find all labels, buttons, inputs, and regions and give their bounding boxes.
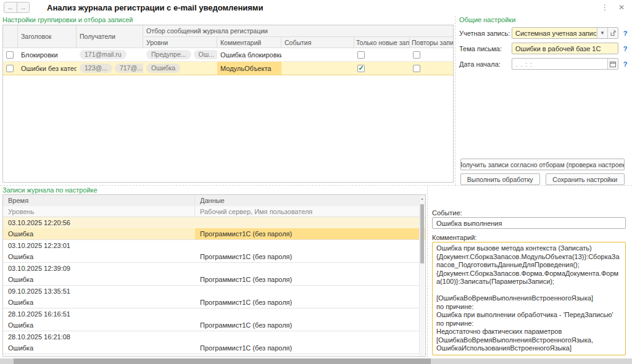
scrollbar-thumb[interactable] <box>420 204 424 263</box>
repeats-checkbox[interactable] <box>413 51 420 59</box>
general-settings-title[interactable]: Общие настройки <box>459 16 630 23</box>
row-select-cell <box>3 62 18 75</box>
column-header-levels[interactable]: Уровни <box>143 37 217 48</box>
log-records-title[interactable]: Записи журнала по настройке <box>2 186 426 194</box>
settings-table-row[interactable]: Блокировки171@mail.ruПредупре...Ош...Оши… <box>3 48 453 62</box>
log-entry-row[interactable]: 03.10.2025 12:23:01ОшибкаПрограммист1С (… <box>3 240 425 263</box>
levels-cell: Ошибка <box>143 62 217 75</box>
window-header: ← → Анализ журнала регистрации с e-mail … <box>0 0 632 15</box>
start-date-label: Дата начала: <box>459 60 512 68</box>
account-label: Учетная запись: <box>459 30 512 37</box>
help-icon[interactable]: ? <box>621 60 630 68</box>
events-cell <box>281 48 354 61</box>
repeats-cell <box>410 62 453 75</box>
title-cell: Ошибки без катеории <box>18 62 77 75</box>
open-icon[interactable] <box>607 28 618 38</box>
level-tag[interactable]: Ош... <box>194 50 218 59</box>
recipient-tag[interactable]: 171@mail.ru <box>80 50 127 59</box>
log-entry-row[interactable]: 03.10.2025 12:20:56ОшибкаПрограммист1С (… <box>3 217 425 240</box>
column-header-title[interactable]: Заголовок <box>18 25 77 48</box>
event-label: Событие: <box>432 209 462 217</box>
comment-cell: Ошибка блокировки о... <box>217 48 281 61</box>
settings-table-row[interactable]: Ошибки без катеории123@...717@...ОшибкаМ… <box>3 62 453 75</box>
start-date-field[interactable]: . . : : <box>512 58 618 70</box>
repeats-cell <box>410 48 453 61</box>
only-new-cell <box>354 48 410 61</box>
level-cell: Ошибка <box>3 251 195 262</box>
dropdown-icon[interactable]: ▼ <box>597 28 607 38</box>
data-cell <box>195 240 425 251</box>
level-tag[interactable]: Предупре... <box>146 50 191 59</box>
column-header-time[interactable]: Время <box>3 195 195 206</box>
time-cell: 03.10.2025 12:20:56 <box>3 217 195 228</box>
column-header-only-new[interactable]: Только новые записи <box>354 37 410 48</box>
comment-label: Комментарий: <box>432 234 476 241</box>
scroll-up-icon[interactable]: ▲ <box>420 196 425 202</box>
account-value[interactable]: Системная учетная запись <box>512 28 597 38</box>
checkbox-column-header <box>3 25 18 48</box>
comment-cell: МодульОбъекта <box>217 62 281 75</box>
page-title: Анализ журнала регистрации с e-mail увед… <box>47 3 263 12</box>
get-records-button[interactable]: Получить записи согласно отборам (провер… <box>460 159 625 170</box>
log-table-header: Время Данные <box>3 195 425 206</box>
record-detail-panel: Событие: Ошибка выполнения Комментарий: … <box>427 186 630 358</box>
column-subheader-level: Уровень <box>3 206 195 217</box>
help-icon[interactable]: ? <box>621 45 630 52</box>
column-header-comment[interactable]: Комментарий <box>217 37 281 48</box>
log-entry-row[interactable]: 28.10.2025 16:16:51ОшибкаПрограммист1С (… <box>3 308 425 331</box>
level-tag[interactable]: Ошибка <box>146 64 180 73</box>
horizontal-scrollbar[interactable] <box>0 358 632 364</box>
recipient-tag[interactable]: 717@... <box>115 64 143 73</box>
column-header-events[interactable]: События <box>281 37 354 48</box>
help-icon[interactable]: ? <box>621 30 630 37</box>
column-group-selection[interactable]: Отбор сообщений журнала регистрации <box>143 25 453 37</box>
row-checkbox[interactable] <box>6 51 14 59</box>
data-cell <box>195 331 425 342</box>
level-cell: Ошибка <box>3 228 195 239</box>
account-field[interactable]: Системная учетная запись ▼ <box>512 27 618 39</box>
repeats-checkbox[interactable] <box>413 65 420 72</box>
settings-table-header: Заголовок Получатели Отбор сообщений жур… <box>3 25 453 48</box>
vertical-scrollbar[interactable]: ▲ <box>419 196 425 355</box>
column-header-recipients[interactable]: Получатели <box>77 25 143 48</box>
back-button[interactable]: ← <box>4 2 17 12</box>
column-subheader-server-user: Рабочий сервер, Имя пользователя <box>195 206 425 217</box>
calendar-icon[interactable] <box>607 59 618 69</box>
subject-value[interactable]: Ошибки в рабочей базе 1С <box>512 43 618 54</box>
event-field[interactable]: Ошибка выполнения <box>432 217 626 229</box>
section-separator <box>0 185 632 186</box>
column-header-repeats[interactable]: Повторы записей <box>410 37 453 48</box>
close-icon[interactable]: ✕ <box>618 3 625 12</box>
log-entry-row[interactable]: 09.10.2025 13:35:51ОшибкаПрограммист1С (… <box>3 286 425 308</box>
user-cell: Программист1С (без пароля) <box>195 274 425 285</box>
only-new-cell: ✓ <box>354 62 410 75</box>
column-header-data[interactable]: Данные <box>195 195 425 206</box>
comment-textarea[interactable]: Ошибка при вызове метода контекста (Запи… <box>432 242 626 355</box>
start-date-placeholder[interactable]: . . : : <box>512 59 607 69</box>
row-select-cell <box>3 48 18 61</box>
time-cell: 03.10.2025 12:23:01 <box>3 240 195 251</box>
save-settings-button[interactable]: Сохранить настройки <box>546 173 625 185</box>
log-entry-row[interactable]: 28.10.2025 16:21:08ОшибкаПрограммист1С (… <box>3 331 425 354</box>
scrollbar-thumb[interactable] <box>14 358 431 364</box>
log-entry-row[interactable]: 03.10.2025 12:39:09ОшибкаПрограммист1С (… <box>3 263 425 286</box>
time-cell: 03.10.2025 12:39:09 <box>3 263 195 274</box>
subject-field[interactable]: Ошибки в рабочей базе 1С <box>512 43 618 54</box>
grouping-settings-title[interactable]: Настройки группировки и отбора записей <box>2 16 454 23</box>
data-cell <box>195 308 425 320</box>
levels-cell: Предупре...Ош... <box>143 48 217 61</box>
only-new-checkbox[interactable] <box>357 51 365 59</box>
nav-buttons: ← → <box>4 2 30 13</box>
execute-button[interactable]: Выполнить обработку <box>460 173 540 185</box>
data-cell <box>195 263 425 274</box>
more-menu-icon[interactable]: ⋮ <box>601 3 609 12</box>
forward-button[interactable]: → <box>17 2 29 12</box>
time-cell: 28.10.2025 16:16:51 <box>3 308 195 320</box>
user-cell: Программист1С (без пароля) <box>195 342 425 354</box>
recipient-tag[interactable]: 123@... <box>80 64 112 73</box>
time-cell: 28.10.2025 16:21:08 <box>3 331 195 342</box>
level-cell: Ошибка <box>3 297 195 308</box>
only-new-checkbox[interactable]: ✓ <box>357 65 365 72</box>
settings-table: Заголовок Получатели Отбор сообщений жур… <box>2 25 454 183</box>
row-checkbox[interactable] <box>6 65 14 72</box>
